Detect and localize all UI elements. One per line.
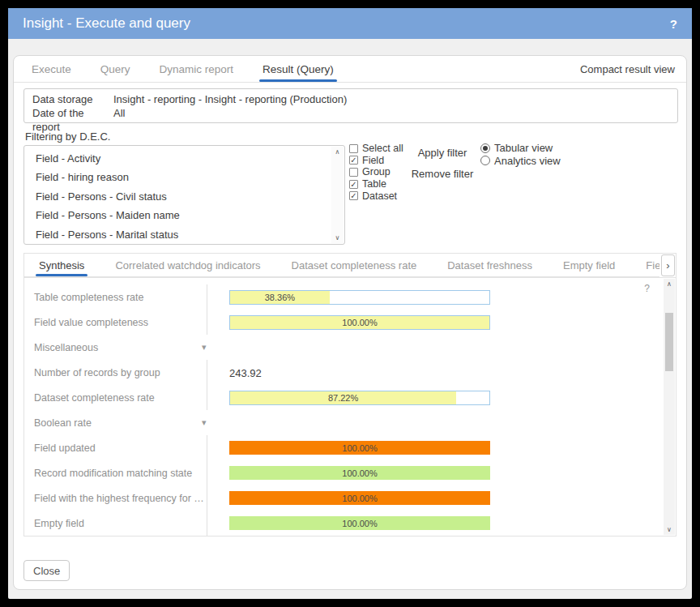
info-value: Insight - reporting - Insight - reportin… — [113, 92, 347, 106]
result-row-content: 100.00% — [229, 315, 490, 330]
chevron-down-icon[interactable]: ▾ — [202, 342, 207, 353]
tab-dynamic-report[interactable]: Dynamic report — [160, 56, 234, 82]
indicator-bar: 100.00% — [229, 491, 490, 505]
row-divider — [207, 360, 216, 385]
dialog-titlebar: Insight - Execute and query ? — [8, 8, 692, 39]
scroll-down-icon[interactable]: ∨ — [664, 526, 675, 533]
tab-result-query[interactable]: Result (Query) — [262, 56, 334, 82]
radio-tabular-view[interactable]: Tabular view — [480, 142, 561, 155]
result-panel: SynthesisCorrelated watchdog indicatorsD… — [23, 253, 677, 536]
row-divider — [207, 460, 216, 485]
radio-label: Analytics view — [494, 155, 561, 167]
indicator-bar-fill: 100.00% — [229, 491, 490, 505]
indicator-bar-value: 100.00% — [342, 468, 377, 478]
indicator-bar-fill: 100.00% — [230, 316, 489, 329]
indicator-bar: 100.00% — [229, 315, 490, 330]
result-tab-correlated-watchdog-indicators[interactable]: Correlated watchdog indicators — [115, 254, 260, 276]
result-row-content: 243.92 — [229, 365, 490, 380]
row-divider — [207, 511, 216, 536]
result-row-label: Miscellaneous — [24, 342, 207, 353]
indicator-bar-value: 100.00% — [342, 318, 377, 327]
result-row: Field updated100.00% — [24, 435, 663, 460]
indicator-bar-fill: 87.22% — [230, 391, 456, 404]
info-row: Date of the reportAll — [32, 106, 669, 134]
checkbox-select-all[interactable]: Select all — [349, 143, 403, 155]
result-row-content: 100.00% — [229, 491, 490, 505]
info-label: Data storage — [32, 92, 113, 106]
result-tab-dataset-freshness[interactable]: Dataset freshness — [447, 254, 532, 276]
compact-result-view-link[interactable]: Compact result view — [580, 63, 675, 75]
row-divider — [207, 435, 216, 460]
result-row-label: Field value completeness — [24, 317, 207, 328]
result-row-label: Record modification matching state — [24, 468, 207, 479]
scroll-down-icon[interactable]: ∨ — [335, 234, 340, 242]
dialog-insight-execute-and-query: Insight - Execute and query ? ExecuteQue… — [8, 8, 692, 599]
list-item[interactable]: Field - Persons - Civil status — [24, 187, 344, 206]
info-value: All — [113, 106, 125, 134]
indicator-bar-value: 87.22% — [328, 393, 358, 403]
dec-filter-listbox[interactable]: ∧ ∨ Field - ActivityField - hiring reaso… — [23, 145, 345, 245]
result-row-label: Number of records by group — [24, 367, 207, 378]
indicator-text-value: 243.92 — [229, 367, 262, 379]
checked-checkbox-icon: ✓ — [349, 191, 358, 200]
tab-scroll-right-button[interactable]: › — [661, 254, 675, 276]
indicator-bar-value: 100.00% — [342, 443, 377, 453]
row-divider — [207, 385, 216, 410]
filter-type-checkbox-group: Select all✓FieldGroup✓Table✓Dataset — [349, 143, 403, 202]
report-info-box: Data storageInsight - reporting - Insigh… — [23, 88, 678, 123]
listbox-scrollbar[interactable]: ∧ ∨ — [331, 147, 344, 243]
indicator-bar: 87.22% — [229, 391, 490, 405]
result-tab-dataset-completeness-rate[interactable]: Dataset completeness rate — [292, 254, 417, 276]
list-item[interactable]: Field - Persons - Maiden name — [24, 206, 344, 224]
checkbox-field[interactable]: ✓Field — [349, 155, 403, 167]
scroll-up-icon[interactable]: ∧ — [664, 280, 675, 288]
scroll-up-icon[interactable]: ∧ — [335, 148, 340, 156]
chevron-down-icon[interactable]: ▾ — [202, 417, 207, 428]
row-divider — [207, 485, 216, 511]
result-row: Dataset completeness rate87.22% — [24, 385, 663, 410]
close-button[interactable]: Close — [23, 560, 70, 581]
checkbox-table[interactable]: ✓Table — [349, 178, 403, 190]
result-row-content: 100.00% — [229, 516, 490, 530]
selected-radio-icon — [480, 143, 490, 153]
indicator-bar-fill: 100.00% — [229, 466, 490, 480]
result-scrollbar[interactable]: ∧ ∨ — [664, 279, 675, 535]
result-tab-synthesis[interactable]: Synthesis — [39, 254, 84, 276]
indicator-bar: 38.36% — [229, 290, 490, 305]
result-row: Record modification matching state100.00… — [24, 460, 663, 485]
radio-analytics-view[interactable]: Analytics view — [480, 155, 561, 168]
result-row-label: Field with the highest frequency for a .… — [24, 493, 207, 504]
filter-actions: Apply filterRemove filter — [409, 147, 476, 180]
row-divider — [207, 310, 216, 335]
result-tab-field-compliance-ap[interactable]: Field compliance ap — [646, 254, 659, 276]
list-item[interactable]: Field - Activity — [24, 149, 344, 168]
indicator-bar: 100.00% — [229, 516, 490, 530]
indicator-bar-value: 100.00% — [342, 494, 377, 503]
result-rows-container: Table completeness rate38.36%Field value… — [24, 278, 663, 536]
result-row: Empty field100.00% — [24, 511, 663, 536]
help-icon[interactable]: ? — [670, 17, 677, 31]
radio-icon — [480, 156, 490, 165]
radio-label: Tabular view — [494, 142, 553, 154]
result-row: Field value completeness100.00% — [24, 310, 663, 335]
result-row-label: Table completeness rate — [24, 292, 207, 303]
result-row-label: Boolean rate — [24, 417, 207, 429]
tab-query[interactable]: Query — [100, 56, 130, 82]
indicator-bar-value: 100.00% — [342, 519, 377, 528]
result-row-content: 38.36% — [229, 290, 490, 305]
scrollbar-thumb[interactable] — [665, 313, 673, 371]
list-item[interactable]: Field - hiring reason — [24, 168, 344, 186]
checkbox-dataset[interactable]: ✓Dataset — [349, 190, 403, 202]
remove-filter-button[interactable]: Remove filter — [409, 168, 476, 180]
checkbox-group[interactable]: Group — [349, 166, 403, 178]
indicator-bar: 100.00% — [229, 466, 490, 480]
list-item[interactable]: Field - Persons - Marital status — [24, 225, 344, 244]
result-tab-empty-field[interactable]: Empty field — [563, 254, 615, 276]
result-row: Field with the highest frequency for a .… — [24, 485, 663, 511]
group-divider: ▾ — [207, 335, 216, 360]
result-row: Number of records by group243.92 — [24, 360, 663, 385]
view-mode-radio-group: Tabular viewAnalytics view — [480, 142, 561, 167]
apply-filter-button[interactable]: Apply filter — [409, 147, 476, 159]
tab-execute[interactable]: Execute — [32, 56, 71, 82]
checkbox-label: Field — [362, 155, 384, 166]
